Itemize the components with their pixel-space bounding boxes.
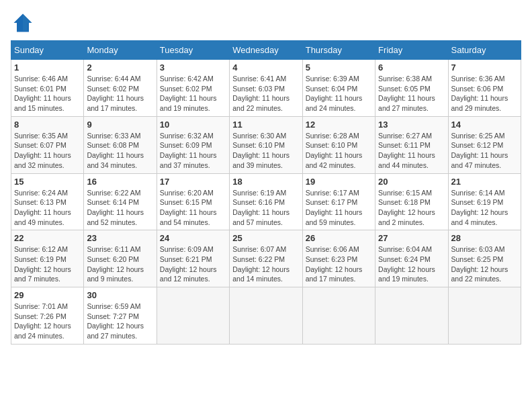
- day-number: 29: [14, 290, 81, 300]
- day-info: Sunrise: 6:17 AMSunset: 6:17 PMDaylight:…: [306, 188, 372, 228]
- weekday-header-sunday: Sunday: [11, 41, 84, 60]
- calendar-week-4: 22Sunrise: 6:12 AMSunset: 6:19 PMDayligh…: [11, 230, 521, 287]
- calendar-cell: 7Sunrise: 6:36 AMSunset: 6:06 PMDaylight…: [448, 60, 521, 117]
- day-number: 1: [14, 62, 81, 73]
- calendar-cell: 5Sunrise: 6:39 AMSunset: 6:04 PMDaylight…: [302, 60, 375, 117]
- day-info: Sunrise: 6:59 AMSunset: 7:27 PMDaylight:…: [87, 302, 153, 341]
- day-number: 7: [451, 62, 518, 73]
- calendar-cell: 22Sunrise: 6:12 AMSunset: 6:19 PMDayligh…: [11, 230, 84, 287]
- calendar-table: SundayMondayTuesdayWednesdayThursdayFrid…: [11, 40, 521, 345]
- calendar-cell: 29Sunrise: 7:01 AMSunset: 7:26 PMDayligh…: [11, 287, 84, 345]
- day-info: Sunrise: 6:33 AMSunset: 6:08 PMDaylight:…: [87, 131, 153, 171]
- day-info: Sunrise: 6:06 AMSunset: 6:23 PMDaylight:…: [306, 244, 372, 284]
- calendar-cell: 11Sunrise: 6:30 AMSunset: 6:10 PMDayligh…: [230, 116, 302, 173]
- day-info: Sunrise: 6:24 AMSunset: 6:13 PMDaylight:…: [14, 188, 81, 228]
- calendar-cell: 6Sunrise: 6:38 AMSunset: 6:05 PMDaylight…: [375, 60, 448, 117]
- day-info: Sunrise: 6:09 AMSunset: 6:21 PMDaylight:…: [160, 244, 226, 284]
- day-number: 10: [160, 120, 226, 130]
- calendar-cell: 30Sunrise: 6:59 AMSunset: 7:27 PMDayligh…: [84, 287, 157, 345]
- day-info: Sunrise: 6:44 AMSunset: 6:02 PMDaylight:…: [87, 74, 153, 113]
- calendar-cell: 12Sunrise: 6:28 AMSunset: 6:10 PMDayligh…: [302, 116, 375, 173]
- day-info: Sunrise: 6:32 AMSunset: 6:09 PMDaylight:…: [160, 131, 226, 171]
- page-header: [11, 11, 521, 35]
- calendar-week-2: 8Sunrise: 6:35 AMSunset: 6:07 PMDaylight…: [11, 116, 521, 173]
- calendar-cell: [302, 287, 375, 345]
- day-number: 24: [160, 233, 226, 243]
- logo: [11, 11, 38, 35]
- weekday-header-row: SundayMondayTuesdayWednesdayThursdayFrid…: [11, 41, 521, 60]
- calendar-cell: 15Sunrise: 6:24 AMSunset: 6:13 PMDayligh…: [11, 173, 84, 230]
- day-info: Sunrise: 6:11 AMSunset: 6:20 PMDaylight:…: [87, 244, 153, 284]
- calendar-week-1: 1Sunrise: 6:46 AMSunset: 6:01 PMDaylight…: [11, 60, 521, 117]
- calendar-cell: 4Sunrise: 6:41 AMSunset: 6:03 PMDaylight…: [230, 60, 302, 117]
- day-info: Sunrise: 6:39 AMSunset: 6:04 PMDaylight:…: [306, 74, 372, 113]
- day-info: Sunrise: 6:03 AMSunset: 6:25 PMDaylight:…: [451, 244, 518, 284]
- calendar-cell: 17Sunrise: 6:20 AMSunset: 6:15 PMDayligh…: [157, 173, 229, 230]
- day-number: 3: [160, 62, 226, 73]
- calendar-cell: 18Sunrise: 6:19 AMSunset: 6:16 PMDayligh…: [230, 173, 302, 230]
- day-info: Sunrise: 6:19 AMSunset: 6:16 PMDaylight:…: [232, 188, 299, 228]
- logo-icon: [11, 11, 35, 35]
- svg-marker-1: [23, 14, 32, 31]
- calendar-cell: 9Sunrise: 6:33 AMSunset: 6:08 PMDaylight…: [84, 116, 157, 173]
- calendar-cell: 23Sunrise: 6:11 AMSunset: 6:20 PMDayligh…: [84, 230, 157, 287]
- day-number: 12: [306, 120, 372, 130]
- weekday-header-saturday: Saturday: [448, 41, 521, 60]
- calendar-cell: 3Sunrise: 6:42 AMSunset: 6:02 PMDaylight…: [157, 60, 229, 117]
- calendar-cell: [375, 287, 448, 345]
- calendar-cell: 25Sunrise: 6:07 AMSunset: 6:22 PMDayligh…: [230, 230, 302, 287]
- day-number: 23: [87, 233, 153, 243]
- day-number: 16: [87, 177, 153, 187]
- calendar-cell: 1Sunrise: 6:46 AMSunset: 6:01 PMDaylight…: [11, 60, 84, 117]
- calendar-week-5: 29Sunrise: 7:01 AMSunset: 7:26 PMDayligh…: [11, 287, 521, 345]
- weekday-header-monday: Monday: [84, 41, 157, 60]
- day-number: 26: [306, 233, 372, 243]
- calendar-cell: 26Sunrise: 6:06 AMSunset: 6:23 PMDayligh…: [302, 230, 375, 287]
- day-number: 14: [451, 120, 518, 130]
- weekday-header-thursday: Thursday: [302, 41, 375, 60]
- calendar-cell: 27Sunrise: 6:04 AMSunset: 6:24 PMDayligh…: [375, 230, 448, 287]
- day-number: 5: [306, 62, 372, 73]
- day-number: 22: [14, 233, 81, 243]
- calendar-cell: [157, 287, 229, 345]
- day-info: Sunrise: 6:30 AMSunset: 6:10 PMDaylight:…: [232, 131, 299, 171]
- day-info: Sunrise: 6:25 AMSunset: 6:12 PMDaylight:…: [451, 131, 518, 171]
- day-number: 28: [451, 233, 518, 243]
- calendar-cell: 21Sunrise: 6:14 AMSunset: 6:19 PMDayligh…: [448, 173, 521, 230]
- calendar-cell: 8Sunrise: 6:35 AMSunset: 6:07 PMDaylight…: [11, 116, 84, 173]
- day-info: Sunrise: 6:36 AMSunset: 6:06 PMDaylight:…: [451, 74, 518, 113]
- day-number: 18: [232, 177, 299, 187]
- calendar-cell: 16Sunrise: 6:22 AMSunset: 6:14 PMDayligh…: [84, 173, 157, 230]
- day-number: 25: [232, 233, 299, 243]
- calendar-cell: 19Sunrise: 6:17 AMSunset: 6:17 PMDayligh…: [302, 173, 375, 230]
- day-number: 11: [232, 120, 299, 130]
- day-info: Sunrise: 6:15 AMSunset: 6:18 PMDaylight:…: [378, 188, 445, 228]
- weekday-header-tuesday: Tuesday: [157, 41, 229, 60]
- calendar-cell: 28Sunrise: 6:03 AMSunset: 6:25 PMDayligh…: [448, 230, 521, 287]
- calendar-cell: [230, 287, 302, 345]
- day-number: 15: [14, 177, 81, 187]
- day-number: 19: [306, 177, 372, 187]
- day-number: 27: [378, 233, 445, 243]
- day-number: 13: [378, 120, 445, 130]
- day-number: 9: [87, 120, 153, 130]
- calendar-cell: 13Sunrise: 6:27 AMSunset: 6:11 PMDayligh…: [375, 116, 448, 173]
- weekday-header-wednesday: Wednesday: [230, 41, 302, 60]
- day-info: Sunrise: 6:12 AMSunset: 6:19 PMDaylight:…: [14, 244, 81, 284]
- calendar-cell: 10Sunrise: 6:32 AMSunset: 6:09 PMDayligh…: [157, 116, 229, 173]
- day-info: Sunrise: 6:46 AMSunset: 6:01 PMDaylight:…: [14, 74, 81, 113]
- calendar-cell: [448, 287, 521, 345]
- day-info: Sunrise: 6:42 AMSunset: 6:02 PMDaylight:…: [160, 74, 226, 113]
- day-info: Sunrise: 6:07 AMSunset: 6:22 PMDaylight:…: [232, 244, 299, 284]
- calendar-cell: 20Sunrise: 6:15 AMSunset: 6:18 PMDayligh…: [375, 173, 448, 230]
- day-info: Sunrise: 6:14 AMSunset: 6:19 PMDaylight:…: [451, 188, 518, 228]
- day-info: Sunrise: 7:01 AMSunset: 7:26 PMDaylight:…: [14, 302, 81, 341]
- day-info: Sunrise: 6:28 AMSunset: 6:10 PMDaylight:…: [306, 131, 372, 171]
- day-info: Sunrise: 6:27 AMSunset: 6:11 PMDaylight:…: [378, 131, 445, 171]
- day-number: 4: [232, 62, 299, 73]
- day-number: 30: [87, 290, 153, 300]
- day-number: 20: [378, 177, 445, 187]
- day-info: Sunrise: 6:38 AMSunset: 6:05 PMDaylight:…: [378, 74, 445, 113]
- day-number: 6: [378, 62, 445, 73]
- weekday-header-friday: Friday: [375, 41, 448, 60]
